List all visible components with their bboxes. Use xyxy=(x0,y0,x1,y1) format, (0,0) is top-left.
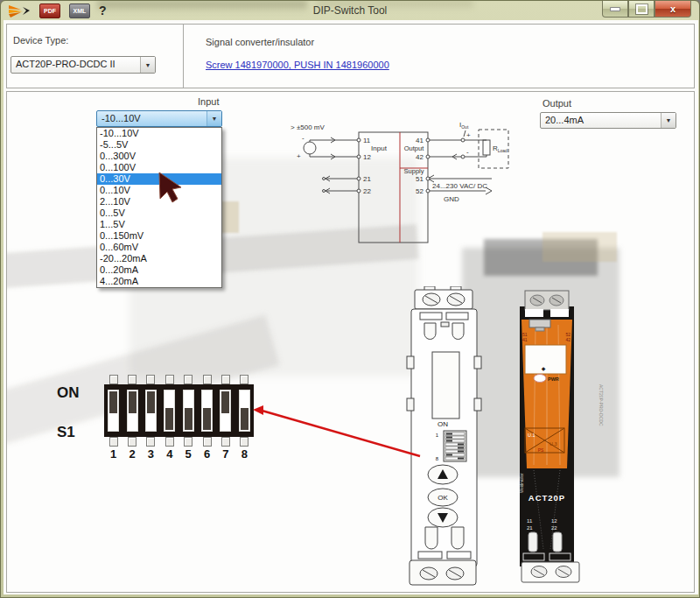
input-option[interactable]: 0...60mV xyxy=(97,242,221,253)
circuit-box xyxy=(359,132,428,243)
svg-text:IOut: IOut xyxy=(459,121,469,130)
output-select[interactable]: 20...4mA ▼ xyxy=(540,112,676,129)
main-panel: Input -10...10V ▼ -10...10V-5...5V0...30… xyxy=(6,91,695,593)
ok-button-label: OK xyxy=(438,494,448,502)
dip-pin xyxy=(240,375,248,384)
dip-pin xyxy=(240,437,248,447)
app-window: PDF XML ? DIP-Switch Tool x Device Type:… xyxy=(0,0,700,598)
device-type-select[interactable]: ACT20P-PRO-DCDC II ▼ xyxy=(10,56,156,74)
device-dip-block xyxy=(444,431,466,461)
maximize-button[interactable] xyxy=(628,1,654,18)
circuit-output-label: Output xyxy=(404,144,424,152)
right-device-name: ACT20P xyxy=(528,493,565,503)
input-option[interactable]: 0...30V xyxy=(97,173,221,185)
gnd-label: GND xyxy=(444,195,459,203)
middle-device-image: ON 1 8 OK xyxy=(402,286,486,591)
input-option[interactable]: 1...5V xyxy=(97,219,221,230)
dip-switch xyxy=(145,390,157,432)
dip-switch xyxy=(108,390,119,432)
svg-text:U.1: U.1 xyxy=(528,433,536,438)
minimize-button[interactable] xyxy=(602,1,628,18)
input-option[interactable]: 4...20mA xyxy=(97,276,221,287)
source-range-label: > ±500 mV xyxy=(290,123,326,131)
svg-text:51: 51 xyxy=(522,332,528,337)
input-option[interactable]: -20...20mA xyxy=(97,253,221,264)
svg-text:52: 52 xyxy=(416,187,424,195)
input-option[interactable]: 2...10V xyxy=(97,196,221,208)
dip-s1-label: S1 xyxy=(57,424,75,441)
svg-text:-: - xyxy=(302,134,304,142)
dip-pins-top xyxy=(104,376,254,384)
dip-pins-bottom xyxy=(104,437,254,446)
input-option[interactable]: 0...150mV xyxy=(97,230,221,242)
window-title: DIP-Switch Tool xyxy=(1,4,699,17)
svg-text:U.3: U.3 xyxy=(550,441,557,447)
background-photo-modules xyxy=(462,248,620,477)
dip-number: 2 xyxy=(123,447,141,461)
part-number-link[interactable]: Screw 1481970000, PUSH IN 1481960000 xyxy=(206,60,389,70)
dip-pin xyxy=(221,375,230,384)
close-button[interactable]: x xyxy=(654,1,691,18)
dip-pin xyxy=(184,437,192,447)
dip-numbers: 12345678 xyxy=(104,447,254,461)
svg-text:8: 8 xyxy=(436,456,439,461)
device-type-value: ACT20P-PRO-DCDC II xyxy=(11,57,140,73)
input-dropdown-list[interactable]: -10...10V-5...5V0...300V0...100V0...30V0… xyxy=(96,127,222,288)
dip-pin xyxy=(128,437,136,447)
device-side-label: ACT20P-PRO-DCDC xyxy=(598,384,604,426)
dip-switch xyxy=(127,390,138,432)
device-type-panel: Device Type: ACT20P-PRO-DCDC II ▼ Signal… xyxy=(6,24,695,88)
device-type-label: Device Type: xyxy=(13,35,68,46)
diamond-icon: ◆ xyxy=(542,366,546,371)
output-select-value: 20...4mA xyxy=(541,113,661,128)
dip-number: 4 xyxy=(161,447,178,461)
dip-pin xyxy=(203,437,212,447)
dip-switch xyxy=(201,390,213,432)
input-option[interactable]: -5...5V xyxy=(97,139,221,151)
input-select[interactable]: -10...10V ▼ xyxy=(96,110,222,127)
middle-device-on-label: ON xyxy=(438,420,448,428)
dip-pin xyxy=(165,437,174,447)
svg-text:11: 11 xyxy=(363,137,371,144)
svg-text:RLoad: RLoad xyxy=(493,144,508,153)
converter-title: Signal converter/insulator xyxy=(206,37,314,47)
dip-number: 7 xyxy=(217,447,234,461)
output-label: Output xyxy=(542,98,571,109)
svg-text:22: 22 xyxy=(363,187,371,195)
up-arrow-icon xyxy=(438,469,448,479)
svg-text:12: 12 xyxy=(551,518,557,524)
dip-switch-body xyxy=(104,384,254,437)
dip-pin xyxy=(128,375,136,384)
input-option[interactable]: 0...100V xyxy=(97,162,221,173)
svg-text:42: 42 xyxy=(416,153,424,161)
svg-text:52: 52 xyxy=(565,332,570,337)
input-option[interactable]: 0...5V xyxy=(97,208,221,219)
svg-text:51: 51 xyxy=(416,175,424,183)
dip-switch xyxy=(239,390,250,432)
dip-number: 1 xyxy=(105,447,122,461)
circuit-diagram: > ±500 mV - + 11 12 21 22 41 42 51 52 In… xyxy=(285,117,514,250)
svg-text:PS: PS xyxy=(538,447,544,453)
background-photo-label-2 xyxy=(542,232,617,262)
input-option[interactable]: -10...10V xyxy=(97,128,221,139)
dip-number: 8 xyxy=(235,447,253,461)
input-option[interactable]: 0...300V xyxy=(97,151,221,162)
svg-text:11: 11 xyxy=(527,518,533,524)
minimize-icon xyxy=(610,7,620,11)
input-option[interactable]: 0...20mA xyxy=(97,264,221,276)
dip-switch xyxy=(220,390,231,432)
title-bar: PDF XML ? DIP-Switch Tool x xyxy=(1,1,699,20)
output-dropdown-arrow-icon[interactable]: ▼ xyxy=(661,113,676,128)
dip-switch-graphic: ON S1 12345678 xyxy=(55,374,270,465)
svg-text:42: 42 xyxy=(565,337,570,342)
input-option[interactable]: 0...10V xyxy=(97,185,221,196)
input-dropdown-arrow-icon[interactable]: ▼ xyxy=(206,111,221,126)
down-arrow-icon xyxy=(438,513,448,523)
svg-text:-: - xyxy=(466,148,469,156)
circuit-supply-label: Supply xyxy=(404,167,424,175)
dip-pin xyxy=(109,437,118,447)
dip-pin xyxy=(109,375,118,384)
device-type-dropdown-arrow-icon[interactable]: ▼ xyxy=(140,57,155,73)
content-area: Device Type: ACT20P-PRO-DCDC II ▼ Signal… xyxy=(4,20,698,594)
maximize-icon xyxy=(636,4,648,14)
